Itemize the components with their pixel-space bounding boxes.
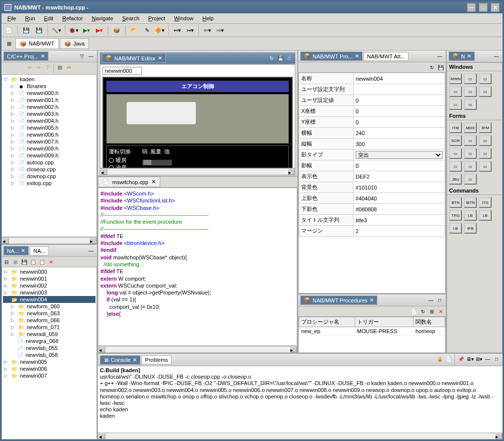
nab-tab-1[interactable]: NA... ✕ [3, 246, 29, 255]
minimize-pane-icon[interactable]: — [87, 247, 95, 255]
file-node[interactable]: ▷📄newwin006.h [3, 131, 95, 138]
palette-item[interactable]: ▭ [464, 86, 477, 97]
close-icon[interactable]: ✕ [467, 53, 471, 59]
menu-file[interactable]: File [3, 14, 20, 22]
palette-item[interactable]: ▭ [464, 99, 477, 110]
subfolder-node[interactable]: ▷📁newradi_059 [3, 331, 95, 338]
code-editor[interactable]: #include <WScom.h> #include <WSCfunction… [98, 188, 297, 346]
subfolder-node[interactable]: ▷📁newform_066 [3, 317, 95, 324]
binaries-node[interactable]: ▷◆Binaries [3, 83, 95, 90]
open-perspective-button[interactable]: ⊞ [3, 38, 14, 49]
scrollbar[interactable]: ◂▸ [98, 433, 503, 440]
palette-item[interactable]: ▭ [449, 161, 462, 172]
palette-tab[interactable]: 📦N ✕ [449, 51, 475, 61]
minimize-pane-icon[interactable]: — [484, 355, 492, 363]
back-button[interactable]: ⇦▾ [202, 25, 213, 36]
menu-project[interactable]: Project [144, 14, 169, 22]
properties-table[interactable]: 名称ユーザ設定文字列ユーザ設定値X座標Y座標横幅縦幅影タイプ突出影幅表示色背景色… [298, 72, 446, 294]
file-node[interactable]: ▷📄exitop.cpp [3, 180, 95, 187]
prop-input[interactable] [356, 141, 443, 147]
debug-button[interactable]: 🐞▾ [68, 25, 79, 36]
prop-input[interactable] [356, 185, 443, 191]
file-node[interactable]: ▷📄newwin001.h [3, 97, 95, 103]
palette-item[interactable]: ▭ [449, 148, 462, 159]
file-node[interactable]: ▷📄newwin007.h [3, 138, 95, 145]
palette-item[interactable]: LB [449, 223, 462, 234]
delete-icon[interactable]: ✕ [437, 307, 445, 315]
minimize-pane-icon[interactable]: — [493, 52, 501, 60]
menu-edit[interactable]: Edit [40, 14, 57, 22]
package-button[interactable]: 📦 [111, 25, 122, 36]
palette-item[interactable]: IFB [464, 223, 477, 234]
procedures-tab[interactable]: 📦NAB/MWT Procedures ✕ [300, 295, 377, 305]
mode-radio-0[interactable]: 暖房 [109, 156, 132, 164]
new-button[interactable]: 📄 [3, 25, 14, 36]
clipboard-icon[interactable]: 📋 [29, 258, 37, 266]
new-icon[interactable]: 📄 [410, 307, 418, 315]
editor-tab[interactable]: 📦 NAB/MWT Editor ✕ [102, 53, 166, 63]
prop-input[interactable] [356, 76, 443, 82]
palette-item[interactable]: LB [479, 210, 492, 221]
prop-input[interactable] [356, 174, 443, 180]
prop-input[interactable] [356, 217, 443, 223]
folder-node-selected[interactable]: ▽📂newwin004 [3, 296, 95, 303]
file-node[interactable]: ▷📄newwin005.h [3, 124, 95, 131]
strength-slider[interactable] [142, 159, 172, 165]
minimize-button[interactable]: — [467, 3, 476, 12]
folder-node[interactable]: ▷📁newwin000 [3, 268, 95, 275]
window-icon[interactable]: ⊞ [428, 307, 436, 315]
refresh-icon[interactable]: ↻ [268, 54, 275, 62]
palette-item[interactable]: ▭ [464, 135, 477, 146]
palette-item[interactable]: ▭ [464, 174, 477, 185]
save-all-button[interactable]: 💾 [34, 25, 45, 36]
file-node[interactable]: ▷📄newwin009.h [3, 152, 95, 159]
minimize-pane-icon[interactable]: — [87, 52, 95, 60]
palette-item[interactable]: BTN [449, 197, 462, 208]
palette-item[interactable]: ▭ [464, 73, 477, 84]
display-icon[interactable]: 🖥▾ [466, 355, 474, 363]
file-node[interactable]: ▷📄newwin003.h [3, 110, 95, 117]
collapse-icon[interactable]: ⊟ [56, 63, 64, 71]
palette-item[interactable]: IBTN [464, 197, 477, 208]
palette-item[interactable]: MDX [464, 122, 477, 133]
project-tree[interactable]: ▽📁kaden▷◆Binaries▷📄newwin000.h▷📄newwin00… [1, 74, 97, 237]
palette-item[interactable]: LB [464, 210, 477, 221]
run-button[interactable]: ▶▾ [81, 25, 92, 36]
maximize-pane-icon[interactable]: □ [436, 296, 444, 304]
maximize-pane-icon[interactable]: □ [493, 355, 501, 363]
mode-radio-1[interactable]: 冷房 [109, 164, 132, 168]
menu-window[interactable]: Window [170, 14, 197, 22]
palette-item[interactable]: ▭ [479, 135, 492, 146]
pin-icon[interactable]: 📌 [457, 355, 465, 363]
maximize-button[interactable]: □ [479, 3, 488, 12]
proc-header[interactable]: トリガー [355, 317, 413, 327]
task-button[interactable]: 🔶▾ [154, 25, 165, 36]
palette-item[interactable]: ITM [449, 122, 462, 133]
code-tab[interactable]: 📄 mswitchop.cpp ✕ [98, 177, 160, 187]
open-console-icon[interactable]: ⊞▾ [475, 355, 483, 363]
folder-node[interactable]: ▷📁newwin005 [3, 358, 95, 365]
open-button[interactable]: 📂 [129, 25, 139, 36]
scrollbar[interactable]: ◂▸ [100, 168, 295, 175]
scrollbar[interactable]: ◂▸ [98, 346, 297, 353]
palette-item[interactable]: SCR [449, 135, 462, 146]
file-node[interactable]: ▷📄downop.cpp [3, 173, 95, 180]
palette-item[interactable]: ▭ [479, 148, 492, 159]
file-node[interactable]: ▷📄newwin000.h [3, 90, 95, 97]
palette-item[interactable]: ▭ [464, 161, 477, 172]
window-name-input[interactable] [102, 67, 142, 75]
menu-navigate[interactable]: Navigate [88, 14, 117, 22]
palette-item[interactable]: MWN [449, 73, 462, 84]
project-explorer-tab[interactable]: C/C++ Proj... ✕ [3, 51, 48, 61]
folder-node[interactable]: ▷📁newwin003 [3, 289, 95, 296]
console-tab[interactable]: 🖥Console ✕ [100, 355, 140, 365]
nav-back-button[interactable]: ↢▾ [172, 25, 183, 36]
close-icon[interactable]: ✕ [133, 357, 137, 363]
procedures-list[interactable]: プロシージャ名トリガー関数名new_epMOUSE-PRESShomeop [298, 316, 446, 353]
palette-item[interactable]: ▭ [449, 99, 462, 110]
close-icon[interactable]: ✕ [158, 55, 162, 61]
prop-input[interactable] [356, 98, 443, 103]
close-icon[interactable]: ✕ [369, 297, 374, 303]
file-node[interactable]: ▷📄newwin008.h [3, 145, 95, 152]
attributes-tab[interactable]: NAB/MWT Att... [364, 52, 409, 61]
